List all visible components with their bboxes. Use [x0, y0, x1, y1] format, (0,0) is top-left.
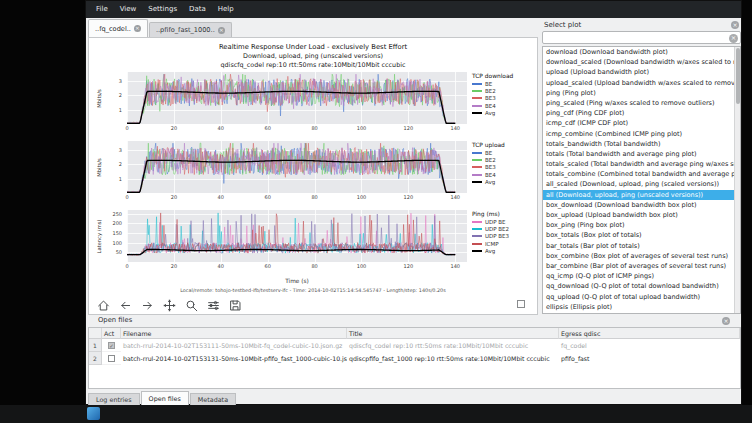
- plot-list-item[interactable]: ellipsis (Ellipsis plot): [543, 302, 740, 312]
- y-tick: 1: [119, 176, 122, 182]
- plot-list-item[interactable]: ping (Ping plot): [543, 88, 740, 98]
- plot-list-item[interactable]: ping_scaled (Ping w/axes scaled to remov…: [543, 98, 740, 108]
- tab-close-icon[interactable]: ×: [134, 25, 141, 32]
- act-checkbox[interactable]: [108, 355, 115, 362]
- x-tick: 140: [450, 125, 460, 131]
- legend-label: Avg: [485, 110, 495, 116]
- plot-list-item[interactable]: upload (Upload bandwidth plot): [543, 67, 740, 77]
- plot-list-item[interactable]: download_scaled (Download bandwidth w/ax…: [543, 57, 740, 67]
- taskbar-app-icon[interactable]: [87, 407, 100, 420]
- plot-list-item[interactable]: qq_upload (Q-Q plot of total upload band…: [543, 292, 740, 302]
- plot-list-item[interactable]: box_upload (Upload bandwidth box plot): [543, 210, 740, 220]
- plot-list-item[interactable]: box_totals (Box plot of totals): [543, 230, 740, 240]
- plot-list-item[interactable]: totals_combine (Combined total bandwidth…: [543, 169, 740, 179]
- plot-list-item[interactable]: download (Download bandwidth plot): [543, 47, 740, 57]
- legend-label: BE: [485, 150, 492, 156]
- select-plot-title: Select plot: [544, 21, 741, 29]
- plot-canvas-3[interactable]: [127, 210, 467, 262]
- plot-list-item[interactable]: icmp_combine (Combined ICMP ping plot): [543, 129, 740, 139]
- dock-tab-open-files[interactable]: Open files: [141, 391, 189, 406]
- row-number: 2: [89, 352, 102, 365]
- forward-icon[interactable]: [141, 297, 154, 310]
- back-icon[interactable]: [119, 297, 132, 310]
- x-tick: 40: [218, 194, 224, 200]
- menu-file[interactable]: File: [90, 1, 114, 18]
- figure-caption: Local/remote: tohojo-testbed-ifb/testser…: [91, 287, 535, 293]
- configure-icon[interactable]: [207, 297, 220, 310]
- plot-list-item[interactable]: totals_scaled (Total bandwidth and avera…: [543, 159, 740, 169]
- file-tab-2[interactable]: ..pfifo_fast_1000..×: [149, 22, 232, 37]
- column-header-egress-qdisc[interactable]: Egress qdisc: [559, 328, 740, 339]
- panel-close-icon[interactable]: ×: [731, 21, 739, 29]
- column-header-title[interactable]: Title: [347, 328, 559, 339]
- plot-list-item[interactable]: bar_totals (Bar plot of totals): [543, 241, 740, 251]
- legend-item: Avg: [472, 110, 534, 117]
- menu-settings[interactable]: Settings: [142, 1, 183, 18]
- x-tick: 40: [218, 125, 224, 131]
- plot-list-item[interactable]: all_scaled (Download, upload, ping (scal…: [543, 179, 740, 189]
- x-tick: 140: [450, 194, 460, 200]
- legend-item: Avg: [472, 248, 534, 255]
- dock-tab-bar: Log entriesOpen filesMetadata: [88, 390, 237, 406]
- plot-list-item[interactable]: box_combine (Box plot of averages of sev…: [543, 251, 740, 261]
- legend: TCP uploadBEBE2BE3BE4Avg: [472, 142, 534, 186]
- row-number: 1: [89, 339, 102, 352]
- column-header-filename[interactable]: Filename: [121, 328, 347, 339]
- table-row[interactable]: 2batch-rrul-2014-10-02T153131-50ms-10Mbi…: [89, 352, 740, 365]
- tab-close-icon[interactable]: ×: [218, 27, 225, 34]
- x-tick: 40: [218, 263, 224, 269]
- plot-list-item[interactable]: icmp_cdf (ICMP CDF plot): [543, 118, 740, 128]
- plot-list-item[interactable]: qq_icmp (Q-Q plot of ICMP pings): [543, 271, 740, 281]
- plot-list-item[interactable]: qq_download (Q-Q plot of total download …: [543, 281, 740, 291]
- legend-swatch: [472, 112, 482, 114]
- x-tick: 80: [311, 194, 317, 200]
- plot-list-item[interactable]: ping_cdf (Ping CDF plot): [543, 108, 740, 118]
- y-tick-labels: 50100150200250: [107, 210, 124, 262]
- file-tab-label: ..pfifo_fast_1000..: [156, 26, 215, 34]
- zoom-icon[interactable]: [185, 297, 198, 310]
- y-axis-label: Mbits/s: [96, 146, 103, 190]
- file-tab-1[interactable]: ..fq_codel..×: [88, 19, 148, 37]
- legend-swatch: [472, 228, 482, 230]
- plot-filter-input[interactable]: [545, 32, 725, 43]
- legend-label: BE3: [485, 164, 496, 170]
- table-header-row: ActFilenameTitleEgress qdisc: [89, 328, 740, 339]
- plot-list-item[interactable]: upload_scaled (Upload bandwidth w/axes s…: [543, 78, 740, 88]
- act-checkbox[interactable]: ✓: [108, 342, 115, 349]
- open-files-table: ActFilenameTitleEgress qdisc1✓batch-rrul…: [88, 327, 741, 389]
- pan-icon[interactable]: [163, 297, 176, 310]
- plot-filter-box: ×: [542, 31, 741, 44]
- plot-list-item[interactable]: box_ping (Ping box plot): [543, 220, 740, 230]
- plot-list-scrollbar[interactable]: [734, 47, 740, 313]
- plot-list-item[interactable]: totals (Total bandwidth and average ping…: [543, 149, 740, 159]
- subplot-2: Mbits/s123020406080100120140TCP uploadBE…: [91, 141, 535, 208]
- plot-option-checkbox[interactable]: [517, 300, 525, 308]
- home-icon[interactable]: [97, 297, 110, 310]
- y-tick: 250: [112, 211, 122, 217]
- x-tick: 20: [171, 194, 177, 200]
- legend-swatch: [472, 152, 482, 154]
- clear-filter-icon[interactable]: ×: [729, 34, 738, 43]
- legend-label: BE4: [485, 103, 496, 109]
- menu-help[interactable]: Help: [212, 1, 240, 18]
- plot-list-item[interactable]: bar_combine (Bar plot of averages of sev…: [543, 261, 740, 271]
- dock-close-icon[interactable]: ×: [722, 317, 730, 325]
- figure-subtitle-2: qdiscfq_codel rep:10 rtt:50ms rate:10Mbi…: [91, 61, 535, 69]
- filename-cell: batch-rrul-2014-10-02T153131-50ms-10Mbit…: [121, 352, 347, 365]
- scrollbar-thumb[interactable]: [736, 48, 740, 104]
- column-header-act[interactable]: Act: [102, 328, 121, 339]
- plot-canvas-1[interactable]: [127, 72, 467, 124]
- save-icon[interactable]: [229, 297, 242, 310]
- plot-list-item[interactable]: box_download (Download bandwidth box plo…: [543, 200, 740, 210]
- select-plot-panel: Select plot × × download (Download bandw…: [542, 18, 741, 315]
- legend-item: BE2: [472, 87, 534, 94]
- x-tick: 120: [404, 263, 414, 269]
- legend-swatch: [472, 159, 482, 161]
- plot-list-item[interactable]: all (Download, upload, ping (unscaled ve…: [543, 190, 740, 200]
- table-row[interactable]: 1✓batch-rrul-2014-10-02T153111-50ms-10Mb…: [89, 339, 740, 352]
- y-tick-labels: 123: [107, 141, 124, 193]
- plot-list-item[interactable]: totals_bandwidth (Total bandwidth): [543, 139, 740, 149]
- plot-canvas-2[interactable]: [127, 141, 467, 193]
- menu-data[interactable]: Data: [183, 1, 212, 18]
- menu-view[interactable]: View: [114, 1, 143, 18]
